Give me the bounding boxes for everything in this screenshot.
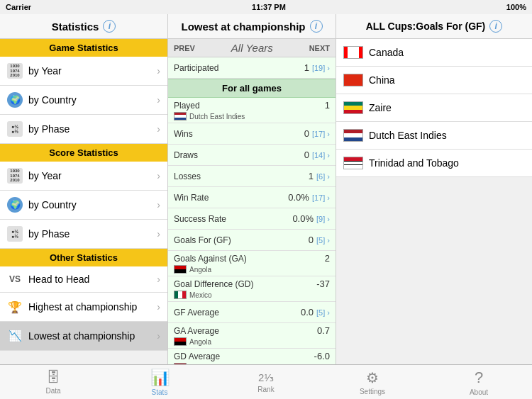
navigation-row: PREV All Years NEXT <box>168 39 336 57</box>
tab-rank[interactable]: 2¹⁄₃ Rank <box>213 365 319 399</box>
gaavg-row: GA Average 0.7 Angola <box>168 323 336 349</box>
played-value: 1 <box>301 100 330 111</box>
played-flag <box>174 112 187 120</box>
successrate-row: Success Rate 0.0% [9] › <box>168 208 336 230</box>
tab-stats[interactable]: 📊 Stats <box>106 365 213 399</box>
next-button[interactable]: NEXT <box>309 44 330 52</box>
successrate-badge[interactable]: [9] › <box>316 215 330 223</box>
tab-about[interactable]: ? About <box>426 365 532 399</box>
losses-label: Losses <box>174 172 282 181</box>
gfavg-value: 0.0 <box>285 307 314 317</box>
goalsagainst-value: 2 <box>301 253 330 264</box>
by-country-score-item[interactable]: 🌍 by Country › <box>0 191 167 220</box>
china-item[interactable]: China <box>336 67 532 94</box>
gfavg-row: GF Average 0.0 [5] › <box>168 302 336 323</box>
arrow-icon: › <box>157 330 160 342</box>
wins-label: Wins <box>174 129 278 139</box>
tab-settings[interactable]: ⚙ Settings <box>319 365 426 399</box>
lowest-champ-title: Lowest at championship <box>181 21 305 33</box>
prev-button[interactable]: PREV <box>174 44 195 52</box>
gaavg-value: 0.7 <box>301 325 330 336</box>
draws-row: Draws 0 [14] › <box>168 145 336 166</box>
lowest-icon: 📉 <box>7 328 23 344</box>
goalsagainst-label: Goals Against (GA) <box>174 254 299 264</box>
trinidad-flag <box>343 157 363 169</box>
head-to-head-item[interactable]: VS Head to Head › <box>0 266 167 293</box>
losses-value: 1 <box>285 171 314 181</box>
dutch-east-indies-item[interactable]: Dutch East Indies <box>336 122 532 150</box>
rank-tab-icon: 2¹⁄₃ <box>258 371 274 384</box>
participated-row: Participated 1 [19] › <box>168 57 336 79</box>
info-button-left[interactable]: i <box>103 20 116 33</box>
zaire-item[interactable]: Zaire <box>336 94 532 122</box>
info-button-right[interactable]: i <box>489 20 502 33</box>
by-country-game-label: by Country <box>28 94 151 106</box>
goaldiff-flag <box>174 291 187 299</box>
played-country: Dutch East Indies <box>189 113 245 120</box>
by-phase-game-item[interactable]: ●¼●½ by Phase › <box>0 115 167 144</box>
participated-label: Participated <box>174 63 278 73</box>
arrow-icon: › <box>157 123 160 135</box>
losses-row: Losses 1 [6] › <box>168 166 336 187</box>
year-icon-game: 193019742010 <box>7 63 23 79</box>
goalsfor-row: Goals For (GF) 0 [5] › <box>168 230 336 251</box>
gdavg-value: -6.0 <box>301 351 330 361</box>
trophy-icon: 🏆 <box>7 299 23 315</box>
tab-data[interactable]: 🗄 Data <box>0 365 106 399</box>
rank-tab-label: Rank <box>257 386 274 393</box>
lowest-item[interactable]: 📉 Lowest at championship › <box>0 322 167 351</box>
highest-item[interactable]: 🏆 Highest at championship › <box>0 293 167 322</box>
cups-goals-title: ALL Cups:Goals For (GF) <box>366 21 486 32</box>
goaldiff-country: Mexico <box>189 291 212 299</box>
dutch-flag <box>343 129 363 142</box>
trinidad-label: Trinidad and Tobago <box>369 157 525 169</box>
carrier-label: Carrier <box>6 3 31 11</box>
arrow-icon: › <box>157 301 160 313</box>
vs-icon: VS <box>7 273 23 286</box>
gaavg-flag <box>174 337 187 346</box>
gfavg-badge[interactable]: [5] › <box>316 308 330 317</box>
winrate-badge[interactable]: [17] › <box>312 193 330 202</box>
by-country-score-label: by Country <box>28 199 151 210</box>
winrate-value: 0.0% <box>281 192 309 203</box>
stats-tab-label: Stats <box>152 388 168 396</box>
phase-icon-score: ●¼●½ <box>7 226 23 242</box>
trinidad-item[interactable]: Trinidad and Tobago <box>336 150 532 177</box>
winrate-row: Win Rate 0.0% [17] › <box>168 187 336 208</box>
globe-icon-country-score: 🌍 <box>7 197 23 213</box>
head-to-head-label: Head to Head <box>28 274 151 285</box>
current-year: All Years <box>231 42 273 54</box>
left-panel: Statistics i Game Statistics 19301974201… <box>0 14 168 364</box>
data-tab-icon: 🗄 <box>46 369 60 386</box>
by-phase-score-item[interactable]: ●¼●½ by Phase › <box>0 220 167 249</box>
china-label: China <box>369 74 525 86</box>
participated-badge[interactable]: [19] › <box>312 64 330 72</box>
middle-panel-header: Lowest at championship i <box>168 14 336 39</box>
data-tab-label: Data <box>45 387 60 395</box>
canada-item[interactable]: Canada <box>336 39 532 67</box>
by-year-score-label: by Year <box>28 170 151 181</box>
wins-badge[interactable]: [17] › <box>312 130 330 138</box>
dutch-east-indies-label: Dutch East Indies <box>369 130 525 141</box>
score-statistics-header: Score Statistics <box>0 144 167 162</box>
by-year-game-label: by Year <box>28 65 151 77</box>
china-flag <box>343 74 363 86</box>
draws-badge[interactable]: [14] › <box>312 151 330 159</box>
arrow-icon: › <box>157 94 160 106</box>
goalsfor-badge[interactable]: [5] › <box>316 236 330 245</box>
by-year-game-item[interactable]: 193019742010 by Year › <box>0 57 167 86</box>
info-button-mid[interactable]: i <box>310 20 323 33</box>
goaldiff-value: -37 <box>301 279 330 289</box>
arrow-icon: › <box>157 199 160 210</box>
by-country-game-item[interactable]: 🌍 by Country › <box>0 86 167 115</box>
wins-row: Wins 0 [17] › <box>168 123 336 145</box>
draws-value: 0 <box>281 150 309 160</box>
participated-value: 1 <box>281 62 309 73</box>
losses-badge[interactable]: [6] › <box>316 172 330 181</box>
lowest-label: Lowest at championship <box>28 330 151 342</box>
by-year-score-item[interactable]: 193019742010 by Year › <box>0 162 167 191</box>
gdavg-row: GD Average -6.0 Dutch East Indies <box>168 349 336 364</box>
goalsagainst-flag <box>174 265 187 274</box>
highest-label: Highest at championship <box>28 301 151 313</box>
goalsagainst-country: Angola <box>189 266 211 274</box>
